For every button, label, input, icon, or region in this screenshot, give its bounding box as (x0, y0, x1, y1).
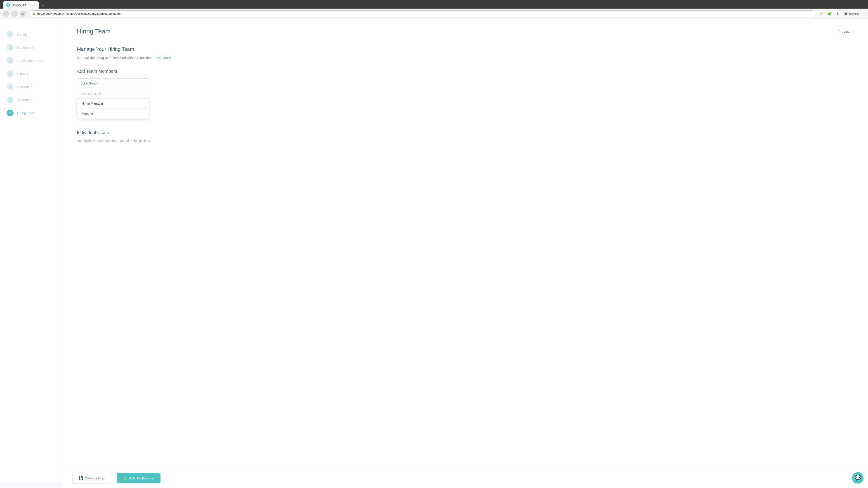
activate-icon: ⚡ (123, 476, 127, 480)
activate-position-button[interactable]: ⚡ Activate Position (117, 473, 160, 482)
browser-tabs: B Breezy HR × + (0, 0, 868, 8)
manage-title: Manage Your Hiring Team (77, 46, 855, 52)
footer-spacer (77, 142, 855, 161)
role-hiring-manager-label: Hiring Manager (82, 102, 103, 105)
back-button[interactable]: ← (3, 11, 9, 17)
page-title: Hiring Team (77, 28, 111, 35)
add-team-section: Add Team Members John Smith ⌄ Choose a R… (77, 69, 855, 119)
sidebar-num-3: 3 (7, 57, 13, 64)
role-dropdown: Hiring Manager Member (77, 98, 149, 119)
individual-users-section: Individual Users No individual users hav… (77, 130, 855, 142)
sidebar-item-hiring-team[interactable]: 7 Hiring Team (0, 106, 63, 120)
refresh-button[interactable]: ↻ (20, 11, 26, 17)
incognito-label: Incognito (851, 11, 857, 17)
sidebar-item-description[interactable]: 2 Description (0, 41, 63, 54)
tab-favicon: B (6, 3, 10, 7)
role-member-label: Member (82, 112, 93, 116)
external-link-icon: ↗ (852, 30, 855, 33)
sidebar-item-details[interactable]: 1 Details (0, 28, 63, 41)
url-text: app.breezy.hr/app/c/moodjoy/positions/59… (37, 12, 121, 15)
browser-chrome: B Breezy HR × + ← → ↻ 🔒 app.breezy.hr/ap… (0, 0, 868, 19)
add-team-title: Add Team Members (77, 69, 855, 74)
sidebar-label-advertise: Advertise (17, 98, 31, 102)
download-icon[interactable]: ⬇ (835, 11, 841, 17)
sidebar-label-details: Details (17, 33, 28, 36)
sidebar-label-pipeline: Pipeline (17, 72, 29, 76)
chat-icon: 💬 (855, 475, 861, 481)
sidebar-label-description: Description (17, 46, 34, 50)
extensions-icon[interactable]: 🧩 (827, 11, 833, 17)
preview-link[interactable]: Preview ↗ (838, 30, 855, 33)
app-layout: 1 Details 2 Description 3 Application Fo… (0, 19, 868, 482)
sidebar-label-screening: Screening (17, 85, 33, 89)
member-select-box[interactable]: John Smith ⌄ (77, 78, 149, 88)
lock-icon: 🔒 (32, 12, 35, 15)
new-tab-button[interactable]: + (40, 2, 46, 8)
tab-title: Breezy HR (12, 3, 26, 7)
page-header: Hiring Team Preview ↗ (77, 28, 855, 35)
browser-toolbar: ← → ↻ 🔒 app.breezy.hr/app/c/moodjoy/posi… (0, 8, 868, 19)
sidebar-icon[interactable]: ▣ (843, 11, 849, 17)
individual-title: Individual Users (77, 130, 855, 135)
tab-close-button[interactable]: × (34, 3, 35, 6)
toolbar-actions: ☆ 🧩 ⬇ ▣ Incognito ⋮ (818, 11, 865, 17)
browser-tab-active[interactable]: B Breezy HR × (3, 1, 39, 8)
sidebar-num-4: 4 (7, 70, 13, 77)
activate-label: Activate Position (129, 476, 154, 480)
role-input[interactable]: Choose a Role (77, 89, 149, 98)
role-option-member[interactable]: Member (77, 109, 149, 119)
sidebar-item-screening[interactable]: 5 Screening (0, 80, 63, 93)
member-chevron-down-icon: ⌄ (143, 82, 145, 85)
sidebar-item-pipeline[interactable]: 4 Pipeline (0, 67, 63, 80)
chat-support-button[interactable]: 💬 (852, 472, 864, 482)
sidebar-num-7: 7 (7, 109, 13, 116)
learn-more-link[interactable]: Learn More (153, 56, 171, 60)
menu-icon[interactable]: ⋮ (859, 11, 865, 17)
save-draft-button[interactable]: 💾 Save as Draft (72, 473, 112, 482)
member-selector: John Smith ⌄ (77, 78, 149, 88)
role-placeholder: Choose a Role (81, 92, 102, 96)
bookmark-icon[interactable]: ☆ (818, 11, 825, 17)
sidebar-label-application-form: Application Form (17, 59, 43, 63)
page-footer: 💾 Save as Draft ⚡ Activate Position (63, 468, 868, 482)
role-selector: Choose a Role Hiring Manager Member (77, 89, 149, 119)
individual-empty-message: No individual users have been added to t… (77, 139, 855, 142)
main-content: Hiring Team Preview ↗ Manage Your Hiring… (63, 19, 868, 482)
sidebar-num-5: 5 (7, 84, 13, 90)
sidebar-item-application-form[interactable]: 3 Application Form (0, 54, 63, 67)
sidebar-label-hiring-team: Hiring Team (17, 111, 35, 115)
manage-desc: Manage the hiring team involved with thi… (77, 56, 855, 60)
selected-member-name: John Smith (81, 81, 98, 85)
save-draft-label: Save as Draft (85, 476, 105, 480)
sidebar-num-1: 1 (7, 31, 13, 38)
address-bar[interactable]: 🔒 app.breezy.hr/app/c/moodjoy/positions/… (29, 10, 816, 17)
sidebar-num-6: 6 (7, 96, 13, 103)
save-draft-icon: 💾 (79, 476, 83, 480)
sidebar-item-advertise[interactable]: 6 Advertise (0, 93, 63, 106)
preview-label: Preview (838, 30, 850, 33)
forward-button[interactable]: → (11, 11, 18, 17)
sidebar: 1 Details 2 Description 3 Application Fo… (0, 19, 63, 482)
manage-section: Manage Your Hiring Team Manage the hirin… (77, 46, 855, 60)
sidebar-num-2: 2 (7, 44, 13, 51)
role-option-hiring-manager[interactable]: Hiring Manager (77, 98, 149, 109)
